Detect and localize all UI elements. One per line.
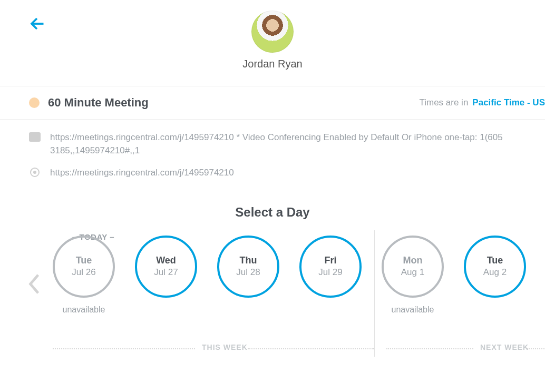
dotted-line xyxy=(386,348,473,349)
day-circle[interactable]: Wed Jul 27 xyxy=(135,236,197,298)
day-option: Wed Jul 27 xyxy=(135,236,197,298)
day-circle: Tue Jul 26 xyxy=(53,236,115,298)
day-of-week: Tue xyxy=(76,255,92,266)
location-text: https://meetings.ringcentral.com/j/14959… xyxy=(50,166,234,180)
description-text: https://meetings.ringcentral.com/j/14959… xyxy=(50,131,545,157)
day-date: Jul 26 xyxy=(72,267,95,278)
day-option: Tue Jul 26 unavailable xyxy=(53,236,115,315)
day-of-week: Fri xyxy=(324,255,336,266)
meeting-bar: 60 Minute Meeting Times are in Pacific T… xyxy=(0,86,545,120)
host-name: Jordan Ryan xyxy=(0,58,545,70)
event-color-dot xyxy=(29,97,40,108)
dotted-line xyxy=(53,348,195,349)
day-date: Jul 28 xyxy=(236,267,260,278)
chevron-left-icon xyxy=(26,272,42,296)
host-avatar xyxy=(251,11,294,53)
select-day-heading: Select a Day xyxy=(0,205,545,220)
day-option: Tue Aug 2 xyxy=(464,236,526,298)
day-date: Aug 1 xyxy=(401,267,424,278)
day-of-week: Mon xyxy=(403,255,423,266)
timezone-label: Times are in xyxy=(419,97,468,108)
description-row: https://meetings.ringcentral.com/j/14959… xyxy=(29,131,545,157)
location-icon xyxy=(29,168,41,179)
back-button[interactable] xyxy=(29,16,45,34)
day-list: Tue Jul 26 unavailable Wed Jul 27 Thu Ju… xyxy=(53,236,534,315)
day-of-week: Thu xyxy=(240,255,257,266)
day-of-week: Wed xyxy=(156,255,176,266)
day-option: Mon Aug 1 unavailable xyxy=(382,236,444,315)
arrow-left-icon xyxy=(29,16,45,32)
day-circle[interactable]: Tue Aug 2 xyxy=(464,236,526,298)
day-of-week: Tue xyxy=(487,255,503,266)
week-divider xyxy=(374,230,375,357)
next-week-label: NEXT WEEK xyxy=(476,343,533,351)
chat-icon xyxy=(29,132,41,142)
dotted-line xyxy=(527,348,545,349)
header: Jordan Ryan xyxy=(0,0,545,86)
dotted-line xyxy=(248,348,374,349)
day-date: Jul 27 xyxy=(154,267,178,278)
day-circle[interactable]: Fri Jul 29 xyxy=(299,236,362,298)
this-week-label: THIS WEEK xyxy=(198,343,252,351)
prev-week-button[interactable] xyxy=(26,272,42,298)
day-option: Fri Jul 29 xyxy=(299,236,362,298)
day-circle: Mon Aug 1 xyxy=(382,236,444,298)
calendar: – TODAY – Tue Jul 26 unavailable Wed Jul… xyxy=(0,236,545,356)
day-status: unavailable xyxy=(382,305,444,315)
timezone-selector[interactable]: Pacific Time - US xyxy=(472,97,545,108)
day-status: unavailable xyxy=(53,305,115,315)
week-labels: THIS WEEK NEXT WEEK xyxy=(53,343,534,356)
day-circle[interactable]: Thu Jul 28 xyxy=(217,236,279,298)
day-option: Thu Jul 28 xyxy=(217,236,279,298)
location-row: https://meetings.ringcentral.com/j/14959… xyxy=(29,166,545,180)
day-date: Jul 29 xyxy=(318,267,342,278)
meeting-details: https://meetings.ringcentral.com/j/14959… xyxy=(0,120,545,194)
day-date: Aug 2 xyxy=(483,267,507,278)
meeting-title: 60 Minute Meeting xyxy=(48,96,419,110)
